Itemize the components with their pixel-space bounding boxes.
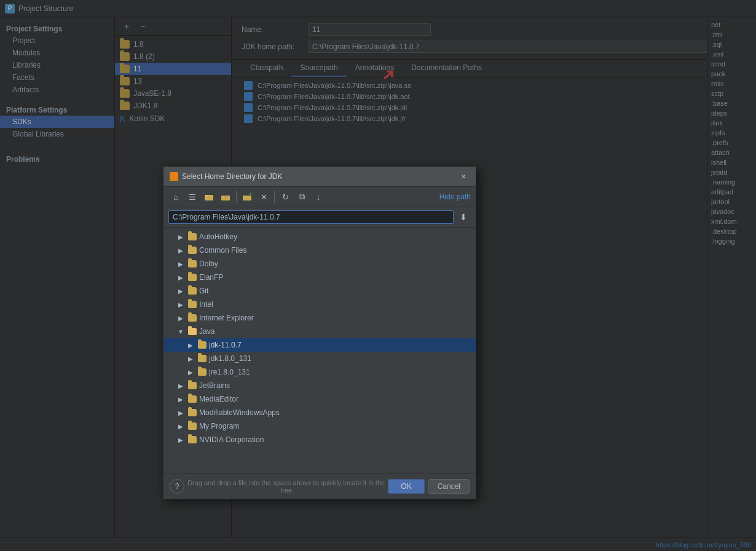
cancel-button[interactable]: Cancel [428, 479, 470, 494]
folder-icon [188, 422, 197, 430]
tree-item-autohotkey[interactable]: ▶ AutoHotkey [163, 230, 476, 244]
tree-toggle[interactable]: ▶ [186, 354, 195, 363]
drag-hint: Drag and drop a file into the space abov… [184, 479, 388, 494]
tree-item-jdk-11.0.7[interactable]: ▶ jdk-11.0.7 [163, 338, 476, 352]
svg-text:↑: ↑ [224, 195, 227, 200]
folder-icon [188, 436, 197, 443]
home-button[interactable]: ⌂ [168, 189, 183, 204]
dialog-path-row: ⬇ [163, 207, 476, 228]
tree-toggle[interactable]: ▶ [186, 340, 195, 350]
tree-item-nvidia[interactable]: ▶ NVIDIA Corporation [163, 433, 476, 446]
folder-icon [188, 382, 197, 389]
tree-item-git[interactable]: ▶ Git [163, 284, 476, 298]
tree-toggle[interactable]: ▶ [176, 299, 186, 309]
tree-toggle[interactable]: ▶ [176, 408, 186, 418]
add-button[interactable]: + [240, 189, 254, 204]
folder-icon-open [188, 328, 197, 335]
folder-icon [188, 287, 197, 295]
dialog-buttons: OK Cancel [388, 479, 470, 494]
dialog-overlay: Select Home Directory for JDK × ⌂ ☰ ↑ + … [0, 0, 756, 551]
folder-icon [188, 301, 197, 308]
tree-toggle[interactable]: ▶ [176, 381, 186, 390]
svg-rect-1 [205, 195, 208, 197]
folder-icon [188, 274, 197, 281]
tree-toggle[interactable]: ▶ [176, 272, 186, 282]
tree-item-mediaeditor[interactable]: ▶ MediaEditor [163, 392, 476, 406]
svg-text:+: + [249, 192, 251, 197]
tree-toggle[interactable]: ▶ [176, 259, 186, 269]
folder-icon [188, 409, 197, 416]
dialog-title-bar: Select Home Directory for JDK × [163, 167, 476, 187]
toolbar-separator [236, 191, 237, 203]
dialog-toolbar: ⌂ ☰ ↑ + ✕ ↻ ⧉ ↓ Hide path [163, 187, 476, 207]
tree-item-jdk1.8.0_131[interactable]: ▶ jdk1.8.0_131 [163, 352, 476, 365]
tree-item-intel[interactable]: ▶ Intel [163, 298, 476, 311]
folder-icon [188, 233, 197, 240]
dialog-footer: ? Drag and drop a file into the space ab… [163, 474, 476, 499]
ok-button[interactable]: OK [388, 479, 424, 494]
download-button[interactable]: ⬇ [456, 210, 471, 224]
dialog-title-icon [170, 172, 178, 181]
dialog-close-button[interactable]: × [457, 170, 470, 183]
folder-icon [188, 314, 197, 322]
folder-icon [198, 368, 207, 376]
move-button[interactable]: ↓ [311, 189, 326, 204]
tree-toggle[interactable]: ▶ [176, 394, 186, 404]
tree-item-elanfp[interactable]: ▶ ElanFP [163, 271, 476, 284]
help-button[interactable]: ? [170, 479, 184, 494]
tree-item-modifiablewindowsapps[interactable]: ▶ ModifiableWindowsApps [163, 406, 476, 419]
folder-icon [198, 355, 207, 362]
tree-toggle[interactable]: ▶ [176, 313, 186, 323]
select-home-directory-dialog: Select Home Directory for JDK × ⌂ ☰ ↑ + … [163, 166, 476, 499]
folder-up-button[interactable]: ↑ [218, 189, 233, 204]
remove-button[interactable]: ✕ [256, 189, 271, 204]
tree-item-dolby[interactable]: ▶ Dolby [163, 257, 476, 271]
tree-item-my-program[interactable]: ▶ My Program [163, 419, 476, 433]
refresh-button[interactable]: ↻ [278, 189, 293, 204]
hide-path-link[interactable]: Hide path [439, 192, 471, 201]
toolbar-separator [274, 191, 275, 203]
tree-toggle[interactable]: ▼ [176, 327, 186, 336]
copy-button[interactable]: ⧉ [294, 189, 309, 204]
folder-icon [188, 247, 197, 254]
tree-item-java[interactable]: ▼ Java [163, 325, 476, 338]
tree-item-jetbrains[interactable]: ▶ JetBrains [163, 379, 476, 392]
tree-toggle[interactable]: ▶ [176, 286, 186, 296]
tree-toggle[interactable]: ▶ [186, 367, 195, 377]
tree-item-common-files[interactable]: ▶ Common Files [163, 244, 476, 257]
folder-icon [198, 341, 207, 349]
tree-toggle[interactable]: ▶ [176, 232, 186, 242]
dialog-title: Select Home Directory for JDK [170, 172, 282, 181]
tree-toggle[interactable]: ▶ [176, 435, 186, 445]
tree-toggle[interactable]: ▶ [176, 245, 186, 255]
folder-icon [188, 260, 197, 268]
list-button[interactable]: ☰ [185, 189, 200, 204]
tree-item-jre1.8.0_131[interactable]: ▶ jre1.8.0_131 [163, 365, 476, 379]
dialog-tree[interactable]: ▶ AutoHotkey ▶ Common Files ▶ Dolby ▶ [163, 228, 476, 474]
folder-icon [188, 395, 197, 403]
dialog-path-input[interactable] [168, 210, 454, 224]
tree-toggle[interactable]: ▶ [176, 421, 186, 431]
folder-button[interactable] [202, 189, 216, 204]
tree-item-internet-explorer[interactable]: ▶ Internet Explorer [163, 311, 476, 325]
